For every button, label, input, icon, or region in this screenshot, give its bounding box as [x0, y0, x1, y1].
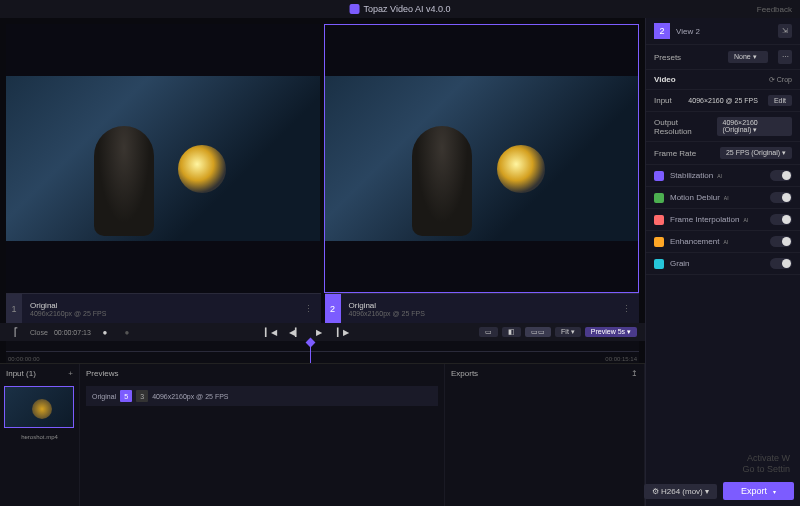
input-res-value: 4096×2160 @ 25 FPS	[688, 97, 758, 104]
step-back-icon[interactable]: ◀▎	[287, 325, 303, 339]
grain-toggle[interactable]	[770, 258, 792, 269]
output-res-label: Output Resolution	[654, 118, 711, 136]
transport-bar: ⎡ Close 00:00:07:13 ● ● ▎◀ ◀▎ ▶ ▎▶ ▭ ◧ ▭…	[0, 323, 645, 341]
video-frame	[6, 76, 320, 241]
preview-badge: 5	[120, 390, 132, 402]
effect-stabilization[interactable]: StabilizationAI	[646, 165, 800, 187]
input-res-label: Input	[654, 96, 672, 105]
view-label: View 2	[676, 27, 700, 36]
preview-pane-2[interactable]	[324, 24, 640, 293]
playhead[interactable]	[310, 341, 311, 363]
layout-ab-icon[interactable]: ▭▭	[525, 327, 551, 337]
presets-dropdown[interactable]: None ▾	[728, 51, 768, 63]
preview-list-item[interactable]: Original 5 3 4096x2160px @ 25 FPS	[86, 386, 438, 406]
stabilization-icon	[654, 171, 664, 181]
fit-dropdown[interactable]: Fit ▾	[555, 327, 581, 337]
motion-deblur-toggle[interactable]	[770, 192, 792, 203]
input-thumbnail[interactable]	[4, 386, 74, 428]
codec-dropdown[interactable]: ⚙ H264 (mov) ▾	[644, 484, 717, 499]
timeline-start: 00:00:00:00	[8, 356, 40, 362]
skip-back-icon[interactable]: ▎◀	[263, 325, 279, 339]
feedback-button[interactable]: Feedback	[757, 5, 792, 14]
stabilization-toggle[interactable]	[770, 170, 792, 181]
effect-grain[interactable]: Grain	[646, 253, 800, 275]
titlebar: Topaz Video AI v4.0.0 Feedback	[0, 0, 800, 18]
marker-icon[interactable]: ●	[97, 325, 113, 339]
preview-button[interactable]: Preview 5s ▾	[585, 327, 637, 337]
video-section-label: Video	[654, 75, 676, 84]
view-expand-icon[interactable]: ⇲	[778, 24, 792, 38]
framerate-dropdown[interactable]: 25 FPS (Original) ▾	[720, 147, 792, 159]
output-res-dropdown[interactable]: 4096×2160 (Original) ▾	[717, 117, 792, 136]
framerate-label: Frame Rate	[654, 149, 696, 158]
timecode-display: 00:00:07:13	[54, 329, 91, 336]
previews-panel-title: Previews	[86, 369, 118, 378]
timeline-end: 00:00:15:14	[605, 356, 637, 362]
add-input-button[interactable]: +	[68, 369, 73, 378]
in-marker-icon[interactable]: ⎡	[8, 325, 24, 339]
pane-footer-1: 1 Original 4096x2160px @ 25 FPS ⋮	[6, 293, 321, 323]
pane-menu-icon[interactable]: ⋮	[304, 304, 321, 314]
close-clip-button[interactable]: Close	[30, 329, 48, 336]
timeline[interactable]: 00:00:00:00 00:00:15:14	[6, 341, 639, 363]
play-icon[interactable]: ▶	[311, 325, 327, 339]
preview-badge-secondary: 3	[136, 390, 148, 402]
app-logo-icon	[350, 4, 360, 14]
preview-pane-1[interactable]	[6, 24, 320, 293]
enhancement-icon	[654, 237, 664, 247]
marker-dot-icon[interactable]: ●	[119, 325, 135, 339]
step-forward-icon[interactable]: ▎▶	[335, 325, 351, 339]
frame-interpolation-icon	[654, 215, 664, 225]
pane-title: Original	[349, 301, 425, 310]
settings-sidebar: 2 View 2 ⇲ Presets None ▾ ⋯ Video ⟳ Crop…	[645, 18, 800, 506]
exports-panel-title: Exports	[451, 369, 478, 378]
pane-resolution: 4096x2160px @ 25 FPS	[30, 310, 106, 317]
pane-footer-2: 2 Original 4096x2160px @ 25 FPS ⋮	[325, 293, 640, 323]
pane-number-2[interactable]: 2	[325, 294, 341, 323]
video-frame	[325, 76, 639, 241]
pane-title: Original	[30, 301, 106, 310]
preview-name: Original	[92, 393, 116, 400]
pane-resolution: 4096x2160px @ 25 FPS	[349, 310, 425, 317]
frame-interpolation-toggle[interactable]	[770, 214, 792, 225]
enhancement-toggle[interactable]	[770, 236, 792, 247]
preview-resolution: 4096x2160px @ 25 FPS	[152, 393, 228, 400]
view-number-badge: 2	[654, 23, 670, 39]
pane-menu-icon[interactable]: ⋮	[622, 304, 639, 314]
exports-sort-icon[interactable]: ↥	[631, 369, 638, 378]
preview-area	[0, 18, 645, 293]
export-button[interactable]: Export ▾	[723, 482, 794, 500]
edit-input-button[interactable]: Edit	[768, 95, 792, 106]
effect-motion-deblur[interactable]: Motion DeblurAI	[646, 187, 800, 209]
input-panel-title: Input (1)	[6, 369, 36, 378]
motion-deblur-icon	[654, 193, 664, 203]
input-filename: heroshot.mp4	[0, 434, 79, 440]
effect-enhancement[interactable]: EnhancementAI	[646, 231, 800, 253]
effect-frame-interpolation[interactable]: Frame InterpolationAI	[646, 209, 800, 231]
pane-number-1[interactable]: 1	[6, 294, 22, 323]
app-title: Topaz Video AI v4.0.0	[364, 4, 451, 14]
grain-icon	[654, 259, 664, 269]
presets-menu-icon[interactable]: ⋯	[778, 50, 792, 64]
layout-split-icon[interactable]: ◧	[502, 327, 521, 337]
layout-sbs-icon[interactable]: ▭	[479, 327, 498, 337]
watermark-text: Activate W Go to Settin	[742, 453, 790, 476]
presets-label: Presets	[654, 53, 681, 62]
crop-toggle[interactable]: ⟳ Crop	[769, 76, 792, 84]
